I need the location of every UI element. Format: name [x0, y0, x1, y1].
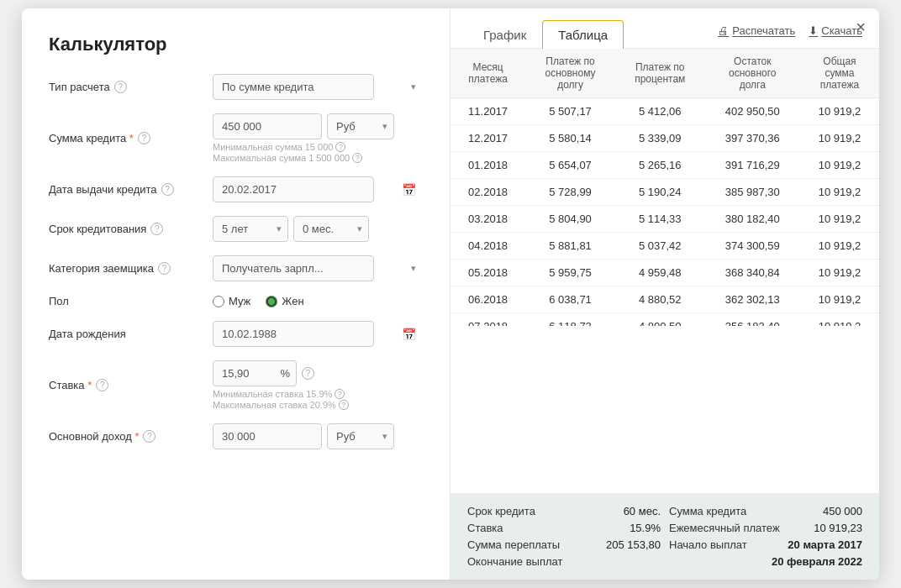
borrower-select[interactable]: Получатель зарпл...: [213, 255, 374, 281]
max-rate-help-icon[interactable]: ?: [339, 400, 349, 410]
col-principal: Платеж поосновномудолгу: [525, 49, 615, 98]
max-amount-help-icon[interactable]: ?: [352, 153, 362, 163]
calc-type-select-wrap: По сумме кредита: [213, 74, 423, 100]
cell-balance: 397 370,36: [705, 125, 800, 152]
term-help-icon[interactable]: ?: [150, 223, 163, 235]
borrower-label: Категория заемщика ?: [49, 262, 213, 275]
table-row: 03.2018 5 804,90 5 114,33 380 182,40 10 …: [450, 206, 879, 233]
download-button[interactable]: ⬇ Скачать: [809, 24, 862, 37]
birthdate-row: Дата рождения 📅: [49, 321, 423, 347]
min-amount-help-icon[interactable]: ?: [335, 142, 345, 152]
cell-total: 10 919,2: [800, 260, 879, 286]
close-button[interactable]: ×: [856, 18, 866, 35]
min-rate-help-icon[interactable]: ?: [335, 389, 345, 399]
rate-help-icon[interactable]: ?: [96, 379, 108, 391]
tab-graph[interactable]: График: [467, 20, 542, 49]
table-row: 02.2018 5 728,99 5 190,24 385 987,30 10 …: [450, 179, 879, 206]
table-area: Месяцплатежа Платеж поосновномудолгу Пла…: [450, 49, 879, 493]
rate-input[interactable]: [213, 360, 297, 386]
cell-interest: 5 037,42: [615, 233, 705, 260]
birthdate-calendar-icon: 📅: [402, 328, 416, 341]
cell-total: 10 919,2: [800, 233, 879, 260]
loan-amount-input[interactable]: [213, 113, 322, 139]
gender-label: Пол: [49, 295, 213, 307]
income-input[interactable]: [213, 423, 322, 449]
cell-principal: 5 507,17: [525, 98, 615, 125]
max-rate-hint: Максимальная ставка 20.9% ?: [213, 400, 423, 410]
table-row: 05.2018 5 959,75 4 959,48 368 340,84 10 …: [450, 260, 879, 286]
term-row: Срок кредитования ? 5 лет 0 мес.: [49, 216, 423, 242]
summary-overpay: Сумма переплаты 205 153,80: [467, 538, 661, 551]
term-years-select[interactable]: 5 лет: [213, 216, 288, 242]
cell-principal: 5 804,90: [525, 206, 615, 233]
cell-principal: 5 654,07: [525, 152, 615, 179]
birthdate-input[interactable]: [213, 321, 374, 347]
cell-balance: 368 340,84: [705, 260, 800, 286]
term-months-select[interactable]: 0 мес.: [293, 216, 369, 242]
summary-term: Срок кредита 60 мес.: [467, 505, 661, 517]
table-scroll[interactable]: Месяцплатежа Платеж поосновномудолгу Пла…: [450, 49, 879, 326]
cell-principal: 5 959,75: [525, 260, 615, 286]
borrower-select-wrap: Получатель зарпл...: [213, 255, 423, 281]
gender-male-option[interactable]: Муж: [213, 295, 250, 307]
cell-interest: 5 190,24: [615, 179, 705, 206]
gender-female-option[interactable]: Жен: [266, 295, 303, 307]
cell-interest: 4 959,48: [615, 260, 705, 286]
issue-date-help-icon[interactable]: ?: [161, 183, 174, 196]
loan-amount-help-icon[interactable]: ?: [138, 132, 150, 144]
cell-total: 10 919,2: [800, 98, 879, 125]
loan-currency-select[interactable]: Руб: [327, 113, 394, 139]
loan-amount-input-row: Руб: [213, 113, 423, 139]
income-currency-select[interactable]: Руб: [327, 423, 394, 449]
issue-date-input[interactable]: [213, 176, 374, 202]
calculator-modal: × Калькулятор Тип расчета ? По сумме кре…: [22, 8, 879, 580]
cell-total: 10 919,2: [800, 286, 879, 313]
print-button[interactable]: 🖨 Распечатать: [718, 24, 795, 37]
borrower-controls: Получатель зарпл...: [213, 255, 423, 281]
term-years-wrap: 5 лет: [213, 216, 288, 242]
rate-label: Ставка * ?: [49, 379, 213, 391]
loan-currency-select-wrap: Руб: [327, 113, 394, 139]
cell-principal: 6 038,71: [525, 286, 615, 313]
gender-female-radio[interactable]: [266, 296, 277, 307]
summary-amount: Сумма кредита 450 000: [669, 505, 862, 517]
table-row: 07.2018 6 118,73 4 800,50 356 183,40 10 …: [450, 313, 879, 327]
cell-balance: 380 182,40: [705, 206, 800, 233]
tab-table[interactable]: Таблица: [542, 20, 624, 49]
borrower-help-icon[interactable]: ?: [158, 262, 171, 275]
summary-monthly: Ежемесячный платеж 10 919,23: [669, 522, 862, 534]
gender-controls: Муж Жен: [213, 295, 423, 307]
birthdate-controls: 📅: [213, 321, 423, 347]
issue-date-controls: 📅: [213, 176, 423, 202]
table-row: 06.2018 6 038,71 4 880,52 362 302,13 10 …: [450, 286, 879, 313]
cell-total: 10 919,2: [800, 152, 879, 179]
birthdate-wrap: 📅: [213, 321, 423, 347]
cell-balance: 356 183,40: [705, 313, 800, 327]
calc-type-help-icon[interactable]: ?: [114, 81, 127, 93]
gender-radio-group: Муж Жен: [213, 295, 423, 307]
rate-hints: Минимальная ставка 15.9% ? Максимальная …: [213, 389, 423, 410]
issue-date-wrap: 📅: [213, 176, 423, 202]
col-month: Месяцплатежа: [450, 49, 525, 98]
cell-balance: 402 950,50: [705, 98, 800, 125]
cell-month: 07.2018: [450, 313, 525, 327]
cell-interest: 5 114,33: [615, 206, 705, 233]
print-icon: 🖨: [718, 24, 729, 37]
table-row: 11.2017 5 507,17 5 412,06 402 950,50 10 …: [450, 98, 879, 125]
gender-male-radio[interactable]: [213, 296, 224, 307]
income-currency-wrap: Руб: [327, 423, 394, 449]
loan-amount-label: Сумма кредита * ?: [49, 132, 213, 144]
tab-actions: 🖨 Распечатать ⬇ Скачать: [718, 24, 862, 44]
income-help-icon[interactable]: ?: [143, 430, 155, 443]
col-interest: Платеж попроцентам: [615, 49, 705, 98]
calc-type-select[interactable]: По сумме кредита: [213, 74, 374, 100]
birthdate-label: Дата рождения: [49, 328, 213, 340]
loan-amount-row: Сумма кредита * ? Руб Минимальная сумма …: [49, 113, 423, 163]
cell-principal: 5 728,99: [525, 179, 615, 206]
rate-info-icon[interactable]: ?: [302, 367, 314, 380]
panel-title: Калькулятор: [49, 34, 423, 55]
cell-month: 02.2018: [450, 179, 525, 206]
download-icon: ⬇: [809, 24, 818, 37]
loan-amount-hints: Минимальная сумма 15 000 ? Максимальная …: [213, 142, 423, 163]
cell-total: 10 919,2: [800, 125, 879, 152]
